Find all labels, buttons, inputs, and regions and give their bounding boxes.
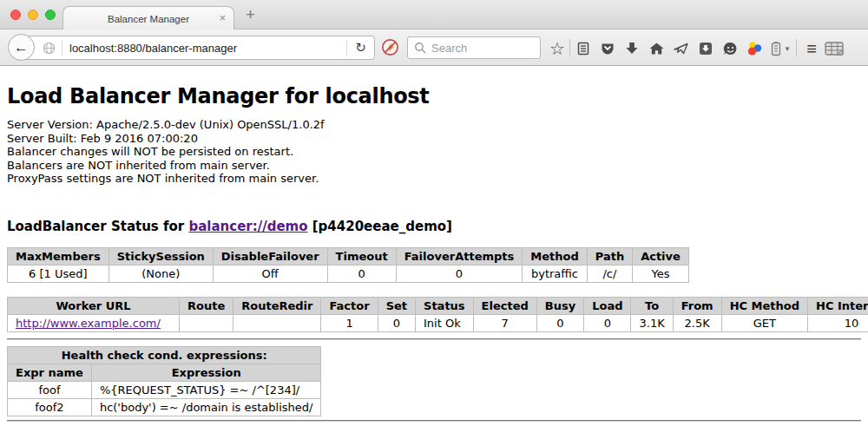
- search-icon: [414, 42, 427, 55]
- column-header: Status: [416, 297, 474, 314]
- from-cell: 2.5K: [673, 314, 721, 331]
- failoverattempts-cell: 0: [396, 265, 523, 282]
- column-header: From: [673, 297, 721, 314]
- home-icon[interactable]: [647, 39, 666, 58]
- persist-note-line: Balancer changes will NOT be persisted o…: [7, 145, 861, 159]
- zoom-window-button[interactable]: [45, 10, 56, 20]
- search-input[interactable]: [431, 42, 527, 55]
- downloads-icon[interactable]: [622, 39, 641, 58]
- table-header-row: MaxMembers StickySession DisableFailover…: [8, 247, 689, 265]
- factor-cell: 1: [321, 314, 378, 331]
- loadbalancer-status-heading: LoadBalancer Status for balancer://demo …: [7, 219, 861, 234]
- keyboard-grid-icon[interactable]: [825, 39, 844, 58]
- route-cell: [180, 314, 233, 331]
- status-cell: Init Ok: [416, 314, 474, 331]
- toolbar-divider: [796, 39, 797, 56]
- flash-block-icon[interactable]: [381, 38, 399, 56]
- search-bar[interactable]: [407, 36, 541, 59]
- active-cell: Yes: [633, 265, 689, 282]
- worker-url-cell: http://www.example.com/: [8, 314, 180, 331]
- url-divider: [62, 40, 62, 56]
- expression-cell: hc('body') =~ /domain is established/: [91, 398, 321, 416]
- busy-cell: 0: [536, 314, 583, 331]
- health-check-table: Health check cond. expressions: Expr nam…: [7, 346, 321, 416]
- column-header: Elected: [473, 297, 536, 314]
- column-header: Load: [584, 297, 631, 314]
- path-cell: /c/: [587, 265, 632, 282]
- expr-name-cell: foof: [8, 381, 92, 398]
- timeout-cell: 0: [327, 265, 396, 282]
- hc-method-cell: GET: [721, 314, 807, 331]
- pocket-icon[interactable]: [598, 39, 617, 58]
- column-header: StickySession: [108, 247, 213, 265]
- navigation-toolbar: ← localhost:8880/balancer-manager ↻ ☆: [0, 29, 868, 66]
- download-helper-icon[interactable]: [696, 39, 715, 58]
- bookmark-star-icon[interactable]: ☆: [548, 39, 567, 58]
- url-bar[interactable]: localhost:8880/balancer-manager ↻: [21, 36, 375, 60]
- column-header: MaxMembers: [8, 247, 109, 265]
- table-row: foof %{REQUEST_STATUS} =~ /^[234]/: [8, 381, 321, 398]
- table-title-row: Health check cond. expressions:: [8, 346, 321, 364]
- column-header: HC Method: [721, 297, 807, 314]
- worker-row: http://www.example.com/ 1 0 Init Ok 7 0 …: [8, 314, 868, 331]
- toolbar-divider: [569, 39, 570, 56]
- worker-url-link[interactable]: http://www.example.com/: [16, 317, 161, 330]
- column-header: HC Interval: [808, 297, 868, 314]
- back-button[interactable]: ←: [8, 34, 35, 61]
- column-header: Method: [523, 247, 587, 265]
- table-header-row: Expr name Expression: [8, 364, 321, 381]
- column-header: Active: [633, 247, 689, 265]
- routeredir-cell: [233, 314, 321, 331]
- column-header: Busy: [536, 297, 583, 314]
- table-row: foof2 hc('body') =~ /domain is establish…: [8, 398, 321, 416]
- proxypass-note-line: ProxyPass settings are NOT inherited fro…: [7, 172, 861, 186]
- health-table-title: Health check cond. expressions:: [8, 346, 321, 364]
- minimize-window-button[interactable]: [28, 10, 38, 20]
- elected-cell: 7: [473, 314, 536, 331]
- reading-list-icon[interactable]: [574, 39, 593, 58]
- new-tab-button[interactable]: +: [246, 5, 255, 24]
- hc-interval-cell: 10: [808, 314, 868, 331]
- column-header: FailoverAttempts: [396, 247, 523, 265]
- status-heading-suffix: [p4420eeae_demo]: [308, 219, 452, 234]
- page-content: Load Balancer Manager for localhost Serv…: [0, 66, 868, 426]
- status-heading-prefix: LoadBalancer Status for: [7, 219, 188, 234]
- send-plane-icon[interactable]: [671, 39, 690, 58]
- balancer-summary-table: MaxMembers StickySession DisableFailover…: [7, 247, 689, 283]
- section-divider: [7, 338, 861, 340]
- server-built-line: Server Built: Feb 9 2016 07:00:20: [7, 132, 861, 146]
- page-title: Load Balancer Manager for localhost: [7, 84, 861, 108]
- method-cell: bytraffic: [523, 265, 587, 282]
- chat-smiley-icon[interactable]: [720, 39, 740, 58]
- colorful-dots-icon[interactable]: [745, 39, 764, 58]
- balancer-demo-link[interactable]: balancer://demo: [188, 219, 307, 234]
- close-window-button[interactable]: [10, 10, 21, 20]
- column-header: Expr name: [8, 364, 92, 381]
- load-cell: 0: [584, 314, 631, 331]
- reload-button[interactable]: ↻: [346, 39, 374, 56]
- column-header: Route: [180, 297, 233, 314]
- column-header: Factor: [321, 297, 378, 314]
- menu-icon[interactable]: ≡: [802, 39, 821, 58]
- url-field[interactable]: localhost:8880/balancer-manager: [69, 42, 346, 55]
- browser-tab[interactable]: Balancer Manager ×: [62, 6, 234, 30]
- column-header: Timeout: [327, 247, 396, 265]
- server-info: Server Version: Apache/2.5.0-dev (Unix) …: [7, 118, 861, 186]
- worker-table: Worker URL Route RouteRedir Factor Set S…: [7, 297, 868, 332]
- column-header: Worker URL: [8, 297, 180, 314]
- stickysession-cell: (None): [108, 265, 213, 282]
- table-row: 6 [1 Used] (None) Off 0 0 bytraffic /c/ …: [8, 265, 689, 282]
- to-cell: 3.1K: [631, 314, 673, 331]
- expression-cell: %{REQUEST_STATUS} =~ /^[234]/: [91, 381, 321, 398]
- titlebar: Balancer Manager × +: [0, 0, 868, 29]
- column-header: Expression: [91, 364, 321, 381]
- extension-dropdown-caret[interactable]: ▾: [782, 39, 792, 58]
- set-cell: 0: [378, 314, 415, 331]
- inherit-note-line: Balancers are NOT inherited from main se…: [7, 159, 861, 173]
- globe-icon: [43, 42, 56, 55]
- table-header-row: Worker URL Route RouteRedir Factor Set S…: [8, 297, 868, 314]
- column-header: To: [631, 297, 673, 314]
- column-header: DisableFailover: [213, 247, 327, 265]
- server-version-line: Server Version: Apache/2.5.0-dev (Unix) …: [7, 118, 861, 132]
- tab-close-icon[interactable]: ×: [219, 11, 226, 24]
